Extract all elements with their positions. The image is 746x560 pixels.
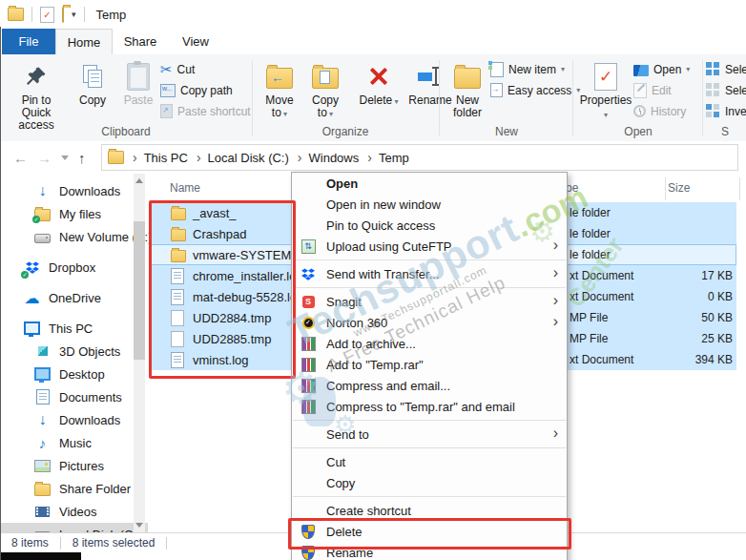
menu-item-snagit[interactable]: SSnagit (292, 291, 567, 312)
menu-item-upload-cuteftp[interactable]: ⇅Upload using CuteFTP (292, 236, 567, 257)
pin-to-quick-access-button[interactable]: Pin to Quick access (4, 58, 69, 134)
column-divider[interactable] (665, 177, 666, 200)
new-folder-button[interactable]: New folder (445, 58, 490, 121)
sidebar-item-dropbox[interactable]: Dropbox (0, 256, 148, 279)
delete-ribbon-label: Delete (360, 94, 399, 108)
new-item-label: New item (508, 63, 556, 76)
sidebar-item-music[interactable]: Music (0, 431, 148, 454)
sidebar-item-my-files[interactable]: My files (0, 202, 148, 225)
app-folder-icon (8, 7, 24, 23)
column-divider[interactable] (739, 177, 740, 200)
menu-item-cut[interactable]: Cut (292, 451, 567, 472)
tab-view[interactable]: View (168, 29, 223, 54)
sidebar-item-pictures[interactable]: Pictures (0, 454, 148, 477)
navigation-pane: Downloads My files New Volume (E:) Dropb… (0, 174, 148, 532)
paste-shortcut-button[interactable]: Paste shortcut (160, 102, 251, 120)
menu-item-add-to-temp-rar[interactable]: Add to "Temp.rar" (292, 354, 567, 375)
qat-new-folder-button[interactable] (62, 8, 64, 22)
new-item-button[interactable]: New item (490, 60, 580, 78)
menu-item-open[interactable]: Open (292, 173, 567, 194)
menu-item-add-to-archive[interactable]: Add to archive... (292, 333, 567, 354)
copy-button[interactable]: Copy (71, 58, 114, 134)
sidebar-item-this-pc[interactable]: This PC (0, 317, 148, 340)
select-none-button[interactable]: Sele (706, 81, 746, 99)
sidebar-item-documents[interactable]: Documents (0, 385, 148, 408)
sidebar-item-desktop[interactable]: Desktop (0, 363, 148, 385)
cuteftp-icon: ⇅ (301, 239, 316, 254)
folder-check-icon (34, 206, 51, 222)
breadcrumb-windows[interactable]: Windows (291, 150, 359, 165)
copy-path-icon (160, 84, 176, 97)
text-document-icon (171, 289, 184, 305)
sidebar-item-3d-objects[interactable]: 3D Objects (0, 340, 148, 363)
scroll-down-arrow-icon[interactable] (135, 523, 143, 528)
menu-item-compress-to-temp-rar-and-email[interactable]: Compress to "Temp.rar" and email (292, 396, 567, 417)
up-button[interactable]: ↑ (78, 150, 86, 166)
menu-item-pin-quick-access[interactable]: Pin to Quick access (292, 215, 567, 236)
open-label: Open (653, 63, 681, 76)
new-folder-big-icon (454, 60, 481, 93)
history-button[interactable]: History (633, 102, 690, 120)
scrollbar-thumb[interactable] (134, 221, 145, 360)
cube-icon (34, 343, 51, 360)
menu-item-norton-360[interactable]: ✓Norton 360 (292, 312, 567, 333)
column-header-name[interactable]: Name (170, 181, 200, 195)
copy-path-button[interactable]: Copy path (160, 81, 251, 99)
column-header-type[interactable]: pe (566, 181, 578, 195)
sidebar-item-downloads-pc[interactable]: Downloads (0, 408, 148, 431)
address-bar[interactable]: This PC Local Disk (C:) Windows Temp (101, 144, 738, 171)
menu-item-copy[interactable]: Copy (292, 472, 567, 493)
download-arrow-icon (34, 412, 51, 428)
organize-group-label: Organize (254, 125, 437, 138)
qat-properties-button[interactable]: ✓ (40, 7, 54, 23)
copy-to-button[interactable]: Copy to (303, 58, 347, 122)
cut-button[interactable]: ✂Cut (160, 60, 251, 78)
open-button[interactable]: Open (633, 60, 690, 78)
menu-item-open-new-window[interactable]: Open in new window (292, 194, 567, 215)
paste-button[interactable]: Paste (116, 58, 160, 134)
breadcrumb-local-disk[interactable]: Local Disk (C:) (190, 150, 289, 165)
new-folder-label: New folder (447, 94, 487, 119)
tab-file[interactable]: File (2, 29, 55, 54)
easy-access-button[interactable]: Easy access (490, 81, 580, 99)
sidebar-item-local-disk[interactable]: Local Disk (C:) (0, 523, 148, 532)
qat-customize-dropdown[interactable]: ▾ (72, 10, 76, 19)
back-button[interactable]: ← (13, 150, 28, 166)
breadcrumb-this-pc[interactable]: This PC (126, 150, 188, 165)
invert-selection-button[interactable]: Inve (706, 102, 746, 120)
select-all-button[interactable]: Sele (706, 60, 746, 78)
menu-item-send-to[interactable]: Send to (292, 424, 567, 445)
sidebar-item-new-volume[interactable]: New Volume (E:) (0, 225, 148, 248)
breadcrumb-temp[interactable]: Temp (361, 150, 408, 165)
download-arrow-icon (34, 183, 51, 199)
sidebar-item-share-folder[interactable]: Share Folder (0, 477, 148, 500)
tab-share[interactable]: Share (113, 29, 168, 54)
menu-item-rename[interactable]: Rename (292, 542, 567, 560)
column-header-size[interactable]: Size (668, 181, 690, 195)
edit-button[interactable]: Edit (633, 81, 690, 99)
properties-button[interactable]: ✓ Properties (578, 58, 633, 123)
forward-button[interactable]: → (37, 150, 52, 166)
move-to-button[interactable]: Move to (258, 58, 301, 122)
menu-item-send-with-transfer[interactable]: Send with Transfer... (292, 263, 567, 284)
menu-item-compress-and-email[interactable]: Compress and email... (292, 375, 567, 396)
recent-locations-dropdown[interactable] (61, 156, 69, 160)
group-separator (702, 60, 703, 135)
group-separator (252, 60, 253, 135)
scroll-up-arrow-icon[interactable] (135, 178, 143, 183)
sidebar-scrollbar[interactable] (134, 174, 145, 532)
sidebar-item-onedrive[interactable]: OneDrive (0, 286, 148, 309)
paste-label: Paste (124, 94, 154, 107)
sidebar-item-videos[interactable]: Videos (0, 500, 148, 523)
copy-to-label: Copy to (306, 94, 344, 120)
menu-item-delete[interactable]: Delete (292, 521, 567, 542)
delete-ribbon-button[interactable]: Delete (355, 58, 403, 122)
select-group-label: S (704, 125, 746, 138)
edit-icon (633, 83, 647, 98)
norton-icon: ✓ (302, 317, 315, 329)
menu-item-create-shortcut[interactable]: Create shortcut (292, 500, 567, 521)
invert-selection-label: Inve (725, 105, 746, 118)
sidebar-item-downloads[interactable]: Downloads (0, 179, 148, 202)
menu-separator (292, 493, 567, 500)
tab-home[interactable]: Home (55, 29, 113, 54)
